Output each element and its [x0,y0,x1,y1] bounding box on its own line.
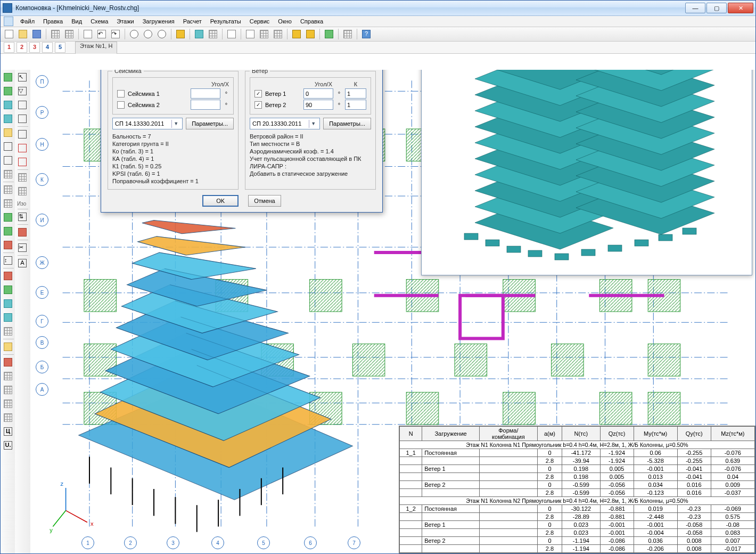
measure-icon[interactable] [2,384,14,396]
wind-params-button[interactable]: Параметры... [323,118,371,129]
panel5-icon[interactable] [2,325,14,338]
num-3[interactable]: 3 [29,42,40,53]
menu-loads[interactable]: Загружения [139,17,178,26]
beam-icon[interactable] [2,112,14,125]
floor-tab[interactable]: Этаж №1, Н [75,42,117,54]
cut-icon[interactable]: ✂ [16,241,29,254]
slab-icon[interactable] [2,99,14,111]
close-button[interactable]: ✕ [728,3,753,13]
u-icon[interactable]: U. [2,439,14,452]
menu-results[interactable]: Результаты [207,17,245,26]
wall-icon[interactable] [2,71,14,84]
pointer-icon[interactable]: ↖ [16,71,29,84]
filter2-icon[interactable]: ▽ [16,85,29,97]
seismic2-angle-input[interactable] [191,100,220,110]
wind1-k-input[interactable] [345,88,366,99]
a-btn-icon[interactable]: A [16,257,29,270]
cursor3-icon[interactable] [16,112,29,125]
menu-scheme[interactable]: Схема [87,17,112,26]
panel3-icon[interactable] [2,297,14,310]
menu-service[interactable]: Сервис [246,17,274,26]
cancel-button[interactable]: Отмена [248,195,281,207]
door-icon[interactable] [2,340,14,353]
grid2-icon[interactable] [2,197,14,210]
arrows-icon[interactable]: ↕ [2,254,14,267]
cursor2-icon[interactable] [2,370,14,382]
select-rect-icon[interactable] [49,28,62,40]
wind-code-combo[interactable]: СП 20.13330.2011▼ [250,118,320,129]
shape2-icon[interactable] [16,142,29,154]
num-1[interactable]: 1 [4,42,14,53]
panel4-icon[interactable] [2,311,14,324]
redo-icon[interactable]: ↷ [109,28,122,40]
menu-calc[interactable]: Расчет [179,17,206,26]
bars1-icon[interactable] [16,171,29,184]
seismic-code-combo[interactable]: СП 14.13330.2011▼ [112,118,183,129]
results-table[interactable]: NЗагружениеФорма/комбинацияа(м)N(тс)Qz(т… [399,426,755,553]
help-icon[interactable]: ? [360,28,373,40]
menu-floors[interactable]: Этажи [113,17,137,26]
viewport[interactable]: x y z П Р Н К И Ж Е Г В Б А 1 2 3 4 5 6 … [30,70,755,553]
snap-icon[interactable] [2,397,14,410]
axis-icon[interactable] [2,168,14,181]
seismic1-angle-input[interactable] [191,88,220,99]
box-icon[interactable] [244,28,257,40]
num-5[interactable]: 5 [55,42,65,53]
mdi-icon[interactable] [4,17,13,26]
table1-icon[interactable] [258,28,270,40]
arrows2-icon[interactable]: ⇅ [16,210,29,223]
droplet-icon[interactable] [16,99,29,111]
menu-view[interactable]: Вид [68,17,86,26]
table2-icon[interactable] [272,28,284,40]
maximize-button[interactable]: ▢ [706,3,727,13]
shape3-icon[interactable] [16,156,29,168]
seismic-params-button[interactable]: Параметры... [186,118,234,129]
menu-edit[interactable]: Правка [39,17,67,26]
seismic2-checkbox[interactable] [117,101,125,109]
cube-icon[interactable] [2,411,14,424]
run-green-icon[interactable] [2,211,14,224]
matrix-icon[interactable] [341,28,354,40]
new-icon[interactable] [3,28,15,40]
num-4[interactable]: 4 [42,42,53,53]
gear-green-icon[interactable] [2,225,14,238]
num-2[interactable]: 2 [17,42,27,53]
bars2-icon[interactable] [16,185,29,198]
menu-help[interactable]: Справка [297,17,327,26]
zoom-all-icon[interactable] [155,28,168,40]
menu-file[interactable]: Файл [17,17,38,26]
flag-red-icon[interactable] [16,226,29,239]
bolt2-icon[interactable] [304,28,317,40]
shape1-icon[interactable] [16,128,29,141]
wind1-checkbox[interactable]: ✓ [254,90,262,97]
dim-arrow-icon[interactable] [81,28,94,40]
layers1-icon[interactable] [193,28,206,40]
wind2-k-input[interactable] [345,100,366,110]
menu-window[interactable]: Окно [274,17,295,26]
undo-icon[interactable]: ↶ [95,28,108,40]
seismic1-checkbox[interactable] [117,90,125,97]
minimize-button[interactable]: — [685,3,705,13]
layers2-icon[interactable] [207,28,219,40]
line2-icon[interactable] [2,154,14,167]
wind2-angle-input[interactable] [303,100,333,110]
open-icon2[interactable] [2,126,14,139]
view-red-icon[interactable] [2,239,14,251]
zoom-out-icon[interactable] [142,28,154,40]
grid1-icon[interactable] [2,183,14,196]
line-icon[interactable] [2,140,14,153]
bolt-icon[interactable] [290,28,303,40]
text-icon[interactable]: Ц [2,425,14,438]
panel1-icon[interactable] [2,270,14,282]
cursor-red-icon[interactable] [2,356,14,369]
filter-icon[interactable] [225,28,238,40]
preview-3d-panel[interactable] [421,70,752,275]
ok-button[interactable]: OK [202,195,239,207]
wind1-angle-input[interactable] [303,88,333,99]
panel2-icon[interactable] [2,283,14,296]
select-free-icon[interactable] [63,28,76,40]
open-icon[interactable] [17,28,29,40]
save-icon[interactable] [30,28,43,40]
zoom-in-icon[interactable] [128,28,141,40]
plot-icon[interactable] [323,28,335,40]
